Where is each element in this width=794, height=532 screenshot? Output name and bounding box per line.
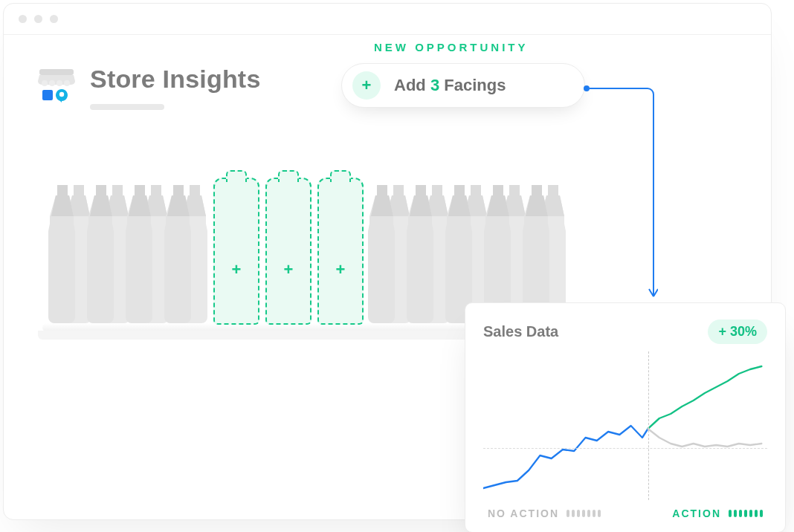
app-window: Store Insights NEW OPPORTUNITY + Add 3 F… <box>3 3 772 520</box>
sales-card-title: Sales Data <box>483 323 558 340</box>
add-facings-text: Add 3 Facings <box>394 76 506 95</box>
ghost-facing[interactable]: + <box>213 178 259 325</box>
legend-no-action: NO ACTION <box>488 507 601 519</box>
plus-icon: + <box>319 260 362 279</box>
bottle <box>118 184 161 325</box>
plus-icon: + <box>352 71 381 100</box>
svg-rect-5 <box>42 90 53 100</box>
content-area: Store Insights NEW OPPORTUNITY + Add 3 F… <box>4 35 771 519</box>
legend-action: ACTION <box>672 507 763 519</box>
sales-legend: NO ACTION ACTION <box>483 500 767 519</box>
ghost-facing[interactable]: + <box>265 178 312 325</box>
page-subtitle-skeleton <box>90 104 164 110</box>
opportunity-label: NEW OPPORTUNITY <box>374 41 529 53</box>
chart-gridline <box>483 448 767 449</box>
window-control-dot[interactable] <box>50 15 58 23</box>
bottle <box>361 184 404 325</box>
bottle <box>80 184 123 325</box>
window-titlebar <box>4 4 771 35</box>
sales-card-header: Sales Data + 30% <box>483 319 767 344</box>
legend-action-label: ACTION <box>672 507 721 519</box>
svg-point-3 <box>57 80 62 86</box>
bottle <box>41 184 84 325</box>
sales-data-card: Sales Data + 30% NO ACTION ACTION <box>465 302 786 532</box>
page-title: Store Insights <box>90 65 261 94</box>
svg-point-1 <box>42 80 48 86</box>
page-title-block: Store Insights <box>90 65 261 110</box>
legend-action-swatch <box>729 510 763 517</box>
window-control-dot[interactable] <box>19 15 27 23</box>
add-prefix: Add <box>394 76 426 94</box>
svg-rect-0 <box>39 69 74 75</box>
svg-point-6 <box>59 92 64 97</box>
add-suffix: Facings <box>444 76 506 94</box>
svg-point-2 <box>49 80 55 86</box>
plus-icon: + <box>215 260 258 279</box>
bottle <box>399 184 442 325</box>
sales-delta-badge: + 30% <box>708 319 767 344</box>
store-icon <box>36 65 77 105</box>
add-facings-button[interactable]: + Add 3 Facings <box>341 63 585 108</box>
legend-no-action-label: NO ACTION <box>488 507 559 519</box>
plus-icon: + <box>267 260 310 279</box>
bottle <box>157 184 200 325</box>
window-control-dot[interactable] <box>34 15 42 23</box>
add-count: 3 <box>430 76 439 94</box>
legend-no-action-swatch <box>567 510 601 517</box>
ghost-facing[interactable]: + <box>317 178 364 325</box>
sales-chart <box>483 351 767 500</box>
chart-series-baseline <box>483 426 648 488</box>
svg-point-4 <box>64 80 70 86</box>
chart-series-no-action <box>648 429 762 447</box>
chart-split-line <box>648 351 649 500</box>
ghost-facings-row: +++ <box>213 178 364 325</box>
chart-series-action <box>648 366 762 429</box>
